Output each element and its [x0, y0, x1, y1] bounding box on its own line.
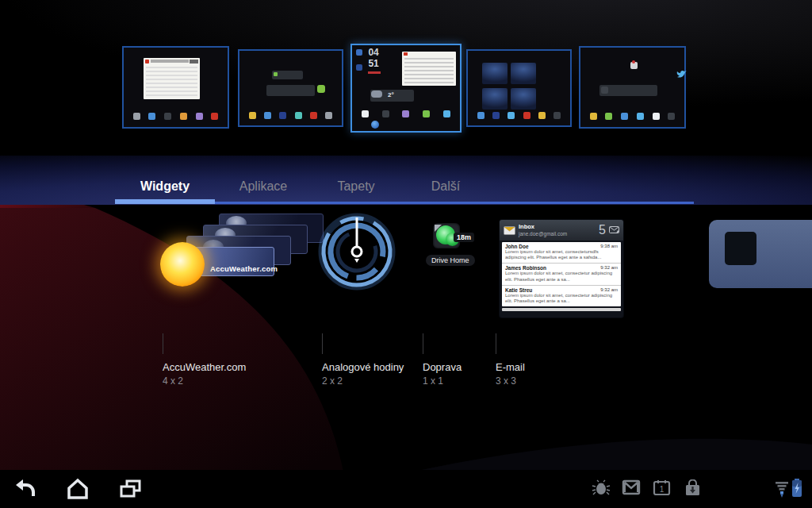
widget-name-accuweather: AccuWeather.com: [163, 361, 246, 373]
email-message-row: John Doe 9:38 am Lorem ipsum dolor sit a…: [502, 242, 621, 264]
calendar-icon: 1: [653, 479, 671, 496]
mini-app-icon: [630, 62, 638, 69]
mini-app-icon-row: [477, 112, 561, 119]
app-icon: [590, 113, 597, 120]
app-icon: [295, 112, 302, 119]
column-divider: [163, 333, 163, 354]
mini-photo-widget: [511, 63, 536, 84]
app-icon: [477, 112, 485, 119]
widget-picker-screen: 04 51 2°: [0, 0, 812, 508]
system-bar: 1 4:51: [0, 470, 812, 508]
column-divider: [496, 333, 496, 354]
app-icon: [211, 113, 218, 120]
mini-photo-widget: [482, 63, 508, 84]
snippet: Lorem ipsum dolor sit amet, consectetur …: [505, 271, 618, 282]
time: 9:38 am: [600, 244, 618, 249]
tab-aplikace[interactable]: Aplikace: [239, 176, 287, 197]
widget-doprava-preview[interactable]: 18m Drive Home: [425, 220, 488, 272]
calendar-notification[interactable]: 1: [653, 479, 671, 499]
app-icon: [637, 113, 644, 120]
home-screen-thumbnail-2[interactable]: [238, 49, 343, 127]
widget-accuweather-preview[interactable]: AccuWeather.com: [159, 212, 313, 298]
app-icon: [279, 112, 286, 119]
download-icon: [684, 479, 702, 497]
email-scroll-hint: [502, 308, 621, 311]
mini-app-icon-row: [133, 113, 218, 120]
eta-badge: 18m: [454, 233, 474, 242]
accuweather-branding: AccuWeather.com: [210, 264, 278, 273]
app-icon: [164, 113, 171, 120]
battery-charging-icon: [791, 478, 803, 498]
recent-apps-icon: [117, 477, 144, 501]
tab-tapety[interactable]: Tapety: [337, 176, 374, 197]
email-unread-count: 5: [599, 223, 606, 237]
app-icon: [196, 113, 203, 120]
home-screen-thumbnail-5[interactable]: [579, 46, 686, 129]
app-icon: [310, 112, 317, 119]
active-tab-underline: [115, 199, 215, 204]
tab-widgety[interactable]: Widgety: [140, 176, 190, 197]
widget-analog-clock-preview[interactable]: [316, 210, 399, 293]
mini-app-icon-row: [362, 110, 450, 117]
tab-dalsi[interactable]: Další: [431, 176, 460, 197]
home-screen-thumbnail-1[interactable]: [122, 46, 229, 129]
widget-size-accuweather: 4 x 2: [163, 375, 183, 387]
mini-temperature: 2°: [388, 91, 394, 98]
compose-icon: [609, 226, 619, 234]
mini-android-icon: [317, 85, 325, 93]
widget-size-email: 3 x 3: [496, 375, 516, 387]
gmail-notification[interactable]: [622, 479, 641, 498]
mini-photo-widget: [482, 88, 508, 110]
mini-date-strip: [368, 71, 381, 74]
widget-name-email: E-mail: [496, 361, 525, 373]
mini-widget: [266, 85, 316, 96]
time: 9:32 am: [600, 265, 618, 271]
app-icon: [492, 112, 500, 119]
adb-debug-icon: [592, 479, 611, 497]
sender: John Doe: [505, 244, 529, 249]
sender: James Robinson: [505, 265, 546, 271]
app-icon: [402, 110, 409, 117]
mini-search-widget: [599, 85, 657, 96]
email-message-list: John Doe 9:38 am Lorem ipsum dolor sit a…: [502, 242, 621, 306]
gmail-icon: [622, 479, 641, 495]
mini-browser-icon: [371, 121, 379, 129]
adb-debug-notification[interactable]: [592, 479, 611, 500]
mini-photo-widget: [511, 88, 536, 110]
app-icon: [553, 112, 561, 119]
app-icon: [264, 112, 271, 119]
time: 9:32 am: [600, 287, 618, 293]
download-notification[interactable]: [684, 479, 702, 500]
home-screen-thumbnail-4[interactable]: [466, 49, 572, 127]
mini-app-icon-row: [590, 113, 675, 120]
home-button[interactable]: [60, 471, 95, 506]
home-icon: [64, 477, 91, 501]
mini-app-icon: [356, 49, 362, 56]
partial-widget-inner-square: [725, 232, 756, 265]
mini-news-widget: [144, 58, 200, 99]
email-header: Inbox jane.doe@gmail.com 5: [500, 220, 623, 241]
app-icon: [621, 113, 628, 120]
home-screen-thumbnail-3-selected[interactable]: 04 51 2°: [350, 44, 462, 133]
widget-partial-preview[interactable]: [709, 220, 812, 288]
app-icon: [605, 113, 612, 120]
recent-apps-button[interactable]: [113, 471, 147, 506]
email-account: jane.doe@gmail.com: [519, 231, 567, 237]
widget-name-analog-clock: Analogové hodiny: [322, 361, 404, 373]
back-button[interactable]: [8, 471, 43, 506]
app-icon: [668, 113, 675, 120]
mini-weather-widget: 2°: [370, 90, 413, 102]
signal-icon: [775, 481, 789, 498]
drive-home-label: Drive Home: [426, 255, 475, 266]
calendar-day-number: 1: [660, 485, 665, 494]
email-message-row: James Robinson 9:32 am Lorem ipsum dolor…: [502, 264, 621, 285]
widget-size-doprava: 1 x 1: [423, 375, 443, 387]
app-icon: [653, 113, 660, 120]
widget-email-preview[interactable]: Inbox jane.doe@gmail.com 5 John Doe 9:38…: [500, 220, 623, 318]
column-divider: [423, 333, 423, 354]
tab-bar-glow: [0, 156, 812, 205]
app-icon: [382, 110, 389, 117]
widget-size-analog-clock: 2 x 2: [322, 375, 343, 387]
mini-app-icon-row: [249, 112, 333, 119]
app-icon: [538, 112, 546, 119]
